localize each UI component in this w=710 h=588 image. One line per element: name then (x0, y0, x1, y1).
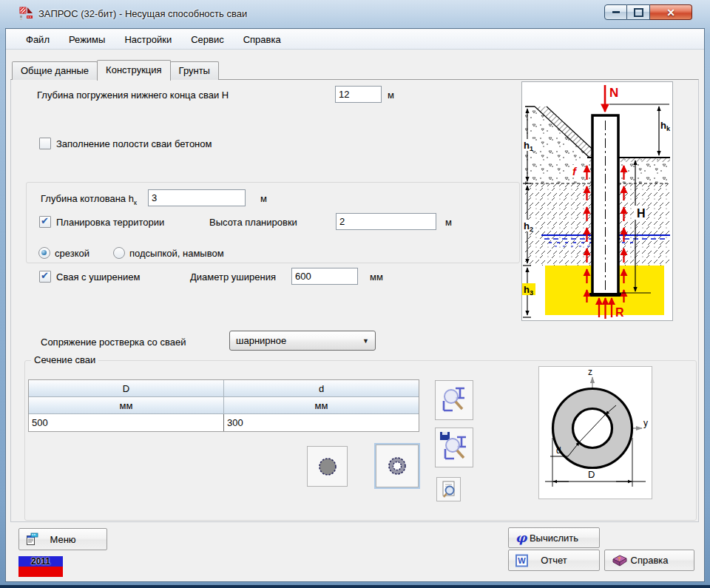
widening-diameter-unit: мм (370, 271, 383, 283)
svg-text:D: D (588, 469, 595, 480)
tab-construction[interactable]: Конструкция (97, 60, 170, 81)
planning-height-input[interactable] (336, 213, 436, 230)
close-icon: ✕ (666, 7, 675, 18)
save-section-icon (439, 431, 469, 464)
report-button[interactable]: W Отчет (508, 550, 600, 571)
coupling-value: шарнирное (236, 335, 362, 346)
pit-depth-unit: м (260, 193, 267, 204)
minimize-icon (612, 11, 620, 13)
tab-general-data[interactable]: Общие данные (12, 61, 98, 80)
radio-fill[interactable] (113, 247, 125, 259)
menu-item-service[interactable]: Сервис (181, 31, 234, 48)
table-units-row: мм мм (29, 397, 419, 414)
section-table: D d мм мм 500 300 (28, 379, 419, 432)
planning-height-label: Высота планировки (209, 217, 297, 228)
column-header-d: d (223, 380, 419, 396)
svg-text:H: H (637, 207, 646, 220)
widening-label: Свая с уширением (56, 271, 140, 283)
view-section-button[interactable] (435, 380, 473, 420)
widening-diameter-label: Диаметр уширения (190, 271, 276, 283)
svg-text:?: ? (618, 556, 621, 561)
radio-fill-label: подсыпкой, намывом (129, 248, 224, 259)
maximize-button[interactable] (627, 4, 650, 20)
hollow-section-button[interactable] (376, 445, 419, 487)
compute-button[interactable]: φ Вычислить (508, 527, 600, 548)
depth-label: Глубина погружения нижнего конца сваи H (37, 89, 229, 101)
menu-item-file[interactable]: Файл (16, 31, 59, 48)
maximize-icon (634, 8, 643, 17)
preview-button[interactable] (436, 477, 461, 501)
pile-section-group-title: Сечение сваи (31, 354, 98, 365)
year-badge-stripe (18, 567, 63, 577)
help-button[interactable]: ? Справка (604, 550, 694, 571)
phi-icon: φ (515, 532, 527, 544)
planning-height-unit: м (445, 217, 452, 228)
svg-text:z: z (588, 367, 592, 377)
menu-item-settings[interactable]: Настройки (115, 31, 181, 48)
pit-depth-label: Глубина котлована hк (41, 193, 137, 206)
widening-diameter-input[interactable] (291, 268, 358, 285)
word-icon: W (515, 554, 528, 567)
menu-document-icon (26, 533, 39, 546)
save-section-button[interactable] (435, 428, 473, 467)
minimize-button[interactable] (604, 4, 627, 20)
title-bar: ЗАПРОС (32-бит) - Несущая способность св… (0, 0, 710, 28)
table-header-row: D d (29, 380, 419, 397)
solid-circle-icon (316, 455, 339, 479)
app-icon (19, 7, 34, 21)
depth-input[interactable] (335, 86, 382, 103)
column-header-D: D (29, 380, 223, 396)
cell-D-value[interactable]: 500 (29, 414, 223, 431)
cross-section-diagram: z y d D (538, 366, 652, 499)
coupling-dropdown[interactable]: шарнирное ▼ (229, 331, 376, 351)
help-button-label: Справка (631, 555, 669, 566)
report-button-label: Отчет (541, 555, 567, 566)
concrete-fill-label: Заполнение полости сваи бетоном (56, 138, 212, 149)
concrete-fill-checkbox[interactable] (39, 138, 51, 149)
menu-button[interactable]: Меню (18, 528, 107, 550)
document-magnifier-icon (440, 480, 458, 499)
year-badge-text: 2011 (18, 556, 63, 567)
column-unit-D: мм (29, 397, 223, 413)
pit-depth-input[interactable] (148, 189, 246, 206)
application-window: ЗАПРОС (32-бит) - Несущая способность св… (0, 0, 710, 588)
close-button[interactable]: ✕ (650, 4, 692, 20)
window-controls: ✕ (604, 4, 692, 20)
depth-unit: м (388, 89, 394, 101)
pile-diagram-drawing: N f (522, 82, 672, 320)
menu-button-label: Меню (50, 534, 75, 545)
table-row: 500 300 (29, 414, 419, 431)
svg-text:N: N (609, 86, 618, 100)
menu-item-modes[interactable]: Режимы (59, 31, 115, 48)
ring-circle-icon (385, 454, 409, 478)
planning-label: Планировка территории (56, 217, 164, 228)
cell-d-value[interactable]: 300 (223, 414, 419, 431)
radio-cut-label: срезкой (55, 248, 89, 259)
svg-text:R: R (615, 306, 624, 319)
radio-cut[interactable] (38, 247, 50, 259)
tab-soils[interactable]: Грунты (170, 61, 219, 80)
year-badge: 2011 (18, 556, 63, 577)
window-title: ЗАПРОС (32-бит) - Несущая способность св… (38, 8, 247, 19)
column-unit-d: мм (223, 397, 419, 413)
pile-diagram: N f (521, 81, 673, 321)
svg-text:y: y (643, 418, 648, 428)
cross-section-drawing: z y d D (539, 367, 652, 499)
coupling-label: Сопряжение ростверка со сваей (41, 337, 186, 348)
svg-text:d: d (556, 445, 561, 456)
solid-section-button[interactable] (307, 446, 348, 487)
widening-checkbox[interactable] (39, 271, 51, 283)
chevron-down-icon: ▼ (362, 337, 369, 345)
menu-bar: Файл Режимы Настройки Сервис Справка (6, 30, 704, 50)
section-magnifier-icon (439, 385, 469, 416)
planning-checkbox[interactable] (39, 216, 51, 228)
help-book-icon: ? (612, 554, 628, 567)
menu-item-help[interactable]: Справка (234, 31, 291, 48)
compute-button-label: Вычислить (530, 533, 578, 544)
tab-strip: Общие данные Конструкция Грунты (12, 60, 218, 80)
